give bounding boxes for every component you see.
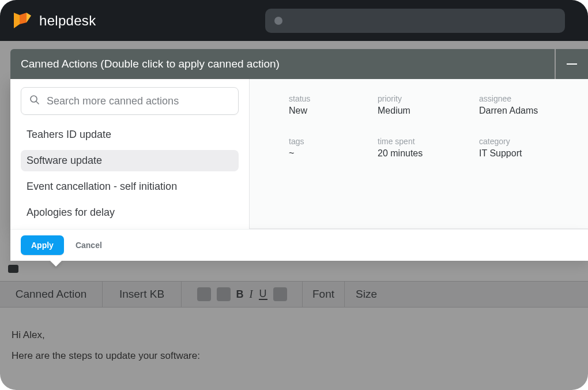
canned-action-button[interactable]: Canned Action [0,282,103,307]
minus-icon [567,63,577,65]
svg-marker-1 [20,13,27,24]
meta-value: 20 minutes [378,148,479,159]
meta-value: ~ [289,148,378,159]
editor-toolbar: Canned Action Insert KB B I U Font Size [0,281,588,308]
collapsed-panel-handle [8,265,18,273]
svg-marker-0 [14,13,20,28]
meta-value: IT Support [479,148,578,159]
canned-action-list: Teahers ID update Software update Event … [21,124,239,223]
meta-label: status [289,94,378,103]
meta-label: priority [378,94,479,103]
editor-content[interactable]: Hi Alex, Here are the steps to update yo… [0,308,588,390]
svg-marker-2 [27,13,31,22]
font-button[interactable]: Font [303,282,345,307]
size-button[interactable]: Size [345,282,388,307]
meta-value: New [289,106,378,116]
meta-priority: priority Medium [378,94,479,116]
canned-actions-list-panel: Teahers ID update Software update Event … [10,79,250,229]
flyout-header: Canned Actions (Double click to apply ca… [10,49,588,79]
global-search[interactable] [265,9,565,33]
meta-assignee: assignee Darren Adams [479,94,578,116]
format-slot-icon-2[interactable] [217,287,231,301]
canned-search-input[interactable] [47,95,230,107]
bold-button[interactable]: B [236,288,244,301]
flyout-footer: Apply Cancel [10,229,588,261]
search-placeholder-dot-icon [274,17,282,25]
meta-category: category IT Support [479,137,578,159]
format-slot-icon-1[interactable] [197,287,211,301]
editor-line: Hi Alex, [12,325,576,346]
svg-line-4 [36,102,39,104]
meta-time-spent: time spent 20 minutes [378,137,479,159]
caret-down-icon [50,261,62,267]
format-slot-icon-3[interactable] [273,287,287,301]
canned-action-item[interactable]: Apologies for delay [21,202,239,223]
apply-button[interactable]: Apply [21,235,64,255]
canned-search[interactable] [21,87,239,115]
meta-label: category [479,137,578,146]
ticket-meta-panel: status New priority Medium assignee Darr… [250,79,588,229]
brand-name: helpdesk [39,13,96,29]
meta-label: assignee [479,94,578,103]
canned-action-item[interactable]: Software update [21,150,239,171]
search-icon [29,95,40,107]
insert-kb-button[interactable]: Insert KB [103,282,182,307]
meta-value: Medium [378,106,479,116]
canned-action-item[interactable]: Teahers ID update [21,124,239,145]
minimize-button[interactable] [556,49,588,79]
italic-button[interactable]: I [250,288,253,301]
cancel-button[interactable]: Cancel [76,241,102,250]
meta-value: Darren Adams [479,106,578,116]
meta-label: time spent [378,137,479,146]
format-group: B I U [182,282,303,307]
meta-label: tags [289,137,378,146]
meta-status: status New [289,94,378,116]
logo-icon [14,13,31,29]
svg-point-3 [31,96,37,102]
underline-button[interactable]: U [259,288,267,300]
meta-tags: tags ~ [289,137,378,159]
flyout-title: Canned Actions (Double click to apply ca… [10,49,555,79]
app-header: helpdesk [0,0,588,41]
canned-actions-flyout: Canned Actions (Double click to apply ca… [10,49,588,261]
canned-action-item[interactable]: Event cancellation - self initiation [21,176,239,197]
editor-line: Here are the steps to update your softwa… [12,346,576,366]
